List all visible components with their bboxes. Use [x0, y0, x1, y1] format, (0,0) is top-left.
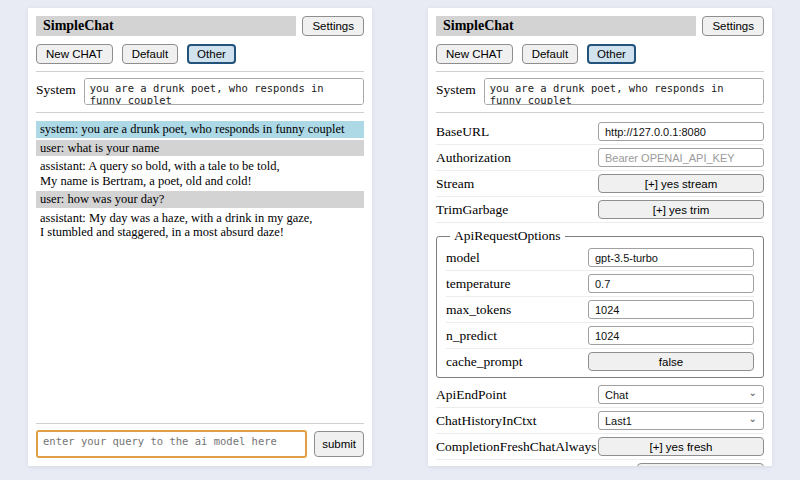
setting-row-completion-fresh: CompletionFreshChatAlways [+] yes fresh — [436, 434, 764, 460]
submit-button[interactable]: submit — [314, 431, 364, 457]
api-endpoint-select[interactable]: Chat ⌄ — [598, 385, 764, 404]
app-title: SimpleChat — [436, 16, 696, 36]
setting-row-completion-insert: CompletionInsertStandardRolePrefix [-] d… — [436, 460, 764, 466]
chat-message-user: user: how was your day? — [36, 191, 364, 208]
chat-history-select[interactable]: Last1 ⌄ — [598, 411, 764, 430]
chat-history-selected-value: Last1 — [605, 415, 632, 427]
session-tab-other[interactable]: Other — [587, 44, 636, 64]
chat-message-system: system: you are a drunk poet, who respon… — [36, 121, 364, 138]
chat-message-assistant: assistant: A query so bold, with a tale … — [36, 158, 364, 189]
setting-row-temperature: temperature — [446, 271, 754, 297]
chevron-down-icon: ⌄ — [749, 415, 757, 423]
divider — [36, 71, 364, 72]
divider — [436, 112, 764, 113]
model-input[interactable] — [588, 248, 754, 267]
chat-message-user: user: what is your name — [36, 140, 364, 157]
setting-row-api-endpoint: ApiEndPoint Chat ⌄ — [436, 382, 764, 408]
api-endpoint-label: ApiEndPoint — [436, 387, 507, 403]
system-prompt-row: System you are a drunk poet, who respond… — [436, 78, 764, 105]
temperature-label: temperature — [446, 276, 510, 292]
chat-message-assistant: assistant: My day was a haze, with a dri… — [36, 210, 364, 241]
session-tab-default[interactable]: Default — [122, 44, 178, 64]
temperature-input[interactable] — [588, 274, 754, 293]
session-tab-default[interactable]: Default — [522, 44, 578, 64]
completion-insert-label: CompletionInsertStandardRolePrefix — [436, 465, 637, 467]
chevron-down-icon: ⌄ — [749, 389, 757, 397]
setting-row-max-tokens: max_tokens — [446, 297, 754, 323]
setting-row-baseurl: BaseURL — [436, 119, 764, 145]
setting-row-n-predict: n_predict — [446, 323, 754, 349]
setting-row-stream: Stream [+] yes stream — [436, 171, 764, 197]
divider — [436, 71, 764, 72]
system-label: System — [436, 78, 476, 98]
chat-history-label: ChatHistoryInCtxt — [436, 413, 537, 429]
trimgarbage-label: TrimGarbage — [436, 202, 508, 218]
setting-row-authorization: Authorization — [436, 145, 764, 171]
stream-toggle-button[interactable]: [+] yes stream — [598, 174, 764, 193]
setting-row-cache-prompt: cache_prompt false — [446, 349, 754, 374]
max-tokens-label: max_tokens — [446, 302, 511, 318]
session-toolbar: New CHAT Default Other — [36, 44, 364, 64]
baseurl-label: BaseURL — [436, 124, 489, 140]
system-prompt-textarea[interactable]: you are a drunk poet, who responds in fu… — [484, 78, 764, 105]
max-tokens-input[interactable] — [588, 300, 754, 319]
query-input[interactable] — [36, 430, 307, 458]
divider — [36, 112, 364, 113]
cache-prompt-toggle-button[interactable]: false — [588, 352, 754, 371]
settings-panel: SimpleChat Settings New CHAT Default Oth… — [428, 8, 772, 466]
trimgarbage-toggle-button[interactable]: [+] yes trim — [598, 200, 764, 219]
model-label: model — [446, 250, 480, 266]
completion-fresh-toggle-button[interactable]: [+] yes fresh — [598, 437, 764, 456]
n-predict-input[interactable] — [588, 326, 754, 345]
api-endpoint-selected-value: Chat — [605, 389, 628, 401]
baseurl-input[interactable] — [598, 122, 764, 141]
completion-insert-toggle-button[interactable]: [-] dont insert — [637, 463, 764, 466]
system-prompt-textarea[interactable]: you are a drunk poet, who responds in fu… — [84, 78, 364, 105]
settings-button[interactable]: Settings — [702, 16, 764, 36]
new-chat-button[interactable]: New CHAT — [436, 44, 513, 64]
api-request-options-legend: ApiRequestOptions — [450, 228, 565, 244]
authorization-input[interactable] — [598, 148, 764, 167]
setting-row-trimgarbage: TrimGarbage [+] yes trim — [436, 197, 764, 223]
setting-row-model: model — [446, 245, 754, 271]
divider — [36, 423, 364, 424]
completion-fresh-label: CompletionFreshChatAlways — [436, 439, 597, 455]
stream-label: Stream — [436, 176, 474, 192]
settings-button[interactable]: Settings — [302, 16, 364, 36]
query-row: submit — [36, 430, 364, 458]
header: SimpleChat Settings — [436, 16, 764, 36]
session-tab-other[interactable]: Other — [187, 44, 236, 64]
system-label: System — [36, 78, 76, 98]
api-request-options-fieldset: ApiRequestOptions model temperature max_… — [436, 228, 764, 378]
session-toolbar: New CHAT Default Other — [436, 44, 764, 64]
cache-prompt-label: cache_prompt — [446, 354, 522, 370]
header: SimpleChat Settings — [36, 16, 364, 36]
setting-row-chat-history: ChatHistoryInCtxt Last1 ⌄ — [436, 408, 764, 434]
chat-panel: SimpleChat Settings New CHAT Default Oth… — [28, 8, 372, 466]
n-predict-label: n_predict — [446, 328, 497, 344]
system-prompt-row: System you are a drunk poet, who respond… — [36, 78, 364, 105]
new-chat-button[interactable]: New CHAT — [36, 44, 113, 64]
authorization-label: Authorization — [436, 150, 511, 166]
chat-log: system: you are a drunk poet, who respon… — [36, 121, 364, 416]
app-title: SimpleChat — [36, 16, 296, 36]
